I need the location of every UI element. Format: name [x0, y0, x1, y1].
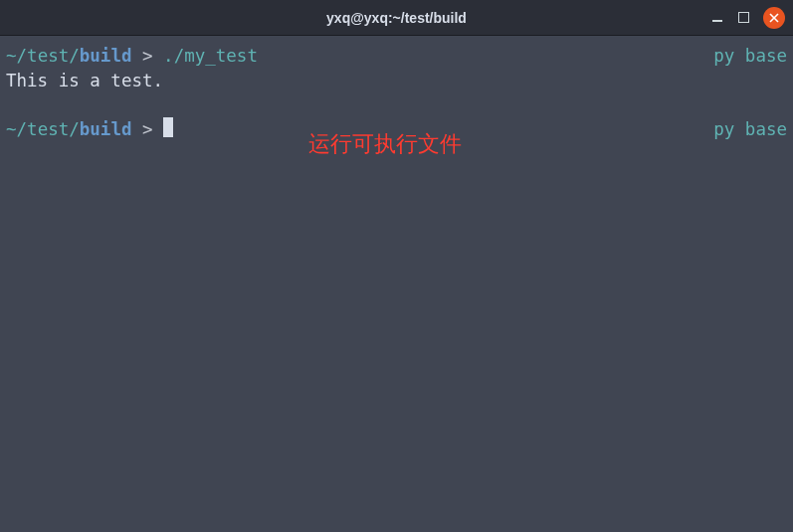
close-icon [769, 13, 779, 23]
close-button[interactable] [763, 7, 785, 29]
prompt-symbol: > [131, 117, 163, 142]
prompt-path-seg-cwd: build [80, 117, 132, 142]
blank-line [6, 92, 787, 117]
prompt-path-seg: test [27, 44, 69, 69]
prompt-slash: / [17, 44, 28, 69]
minimize-icon [712, 20, 722, 22]
prompt-tilde: ~ [6, 44, 17, 69]
output-line: This is a test. [6, 69, 787, 93]
env-indicator: py base [713, 44, 787, 69]
prompt-left: ~/test/build > ./my_test [6, 44, 258, 69]
prompt-symbol: > [131, 44, 163, 69]
command-text: ./my_test [163, 44, 258, 69]
prompt-slash: / [17, 117, 28, 142]
terminal-body[interactable]: ~/test/build > ./my_test py base This is… [0, 36, 793, 532]
window-title: yxq@yxq:~/test/build [326, 10, 467, 26]
prompt-slash: / [69, 44, 80, 69]
prompt-line: ~/test/build > ./my_test py base [6, 44, 787, 69]
cursor-icon [163, 117, 173, 137]
terminal-window: yxq@yxq:~/test/build ~/test/build > ./my… [0, 0, 793, 532]
prompt-path-seg-cwd: build [80, 44, 132, 69]
prompt-tilde: ~ [6, 117, 17, 142]
prompt-left: ~/test/build > [6, 117, 173, 142]
annotation-label: 运行可执行文件 [308, 129, 462, 160]
minimize-button[interactable] [710, 11, 724, 25]
env-indicator: py base [713, 117, 787, 142]
prompt-slash: / [69, 117, 80, 142]
window-controls [710, 7, 785, 29]
maximize-button[interactable] [738, 12, 749, 23]
titlebar[interactable]: yxq@yxq:~/test/build [0, 0, 793, 36]
prompt-path-seg: test [27, 117, 69, 142]
